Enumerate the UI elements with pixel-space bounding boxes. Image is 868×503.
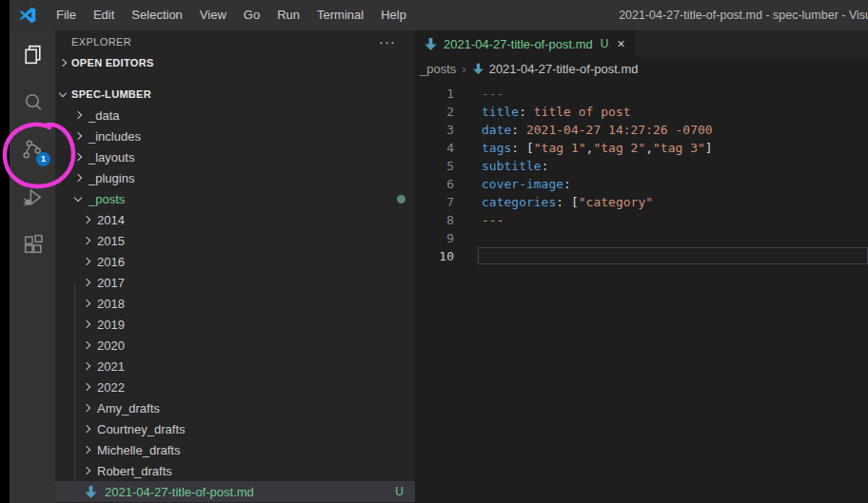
tree-item--layouts[interactable]: _layouts [55, 146, 415, 167]
tree-item-label: 2018 [97, 297, 125, 311]
code-line-2[interactable]: 2title: title of post [415, 103, 868, 121]
tree-item-2015[interactable]: 2015 [55, 230, 415, 251]
tree-item-robert-drafts[interactable]: Robert_drafts [55, 460, 415, 481]
extensions-icon [21, 233, 45, 257]
tab-modified-badge: U [601, 37, 609, 50]
editor-group: 2021-04-27-title-of-post.md U × _posts ›… [415, 30, 868, 503]
tree-item-michelle-drafts[interactable]: Michelle_drafts [55, 439, 415, 460]
tree-item-2022[interactable]: 2022 [55, 377, 415, 397]
workspace-root-section[interactable]: SPEC-LUMBER [55, 84, 415, 105]
tree-item-2019[interactable]: 2019 [55, 314, 415, 335]
tree-item-label: 2017 [97, 276, 125, 290]
tree-item-label: Courtney_drafts [97, 422, 186, 436]
menu-item-terminal[interactable]: Terminal [308, 0, 372, 30]
extensions-activity-button[interactable] [10, 221, 55, 268]
tree-item-label: Amy_drafts [97, 401, 160, 416]
source-control-activity-button[interactable]: 1 [10, 126, 55, 173]
activity-bar: 1 [10, 30, 55, 503]
tree-item-2018[interactable]: 2018 [55, 293, 415, 314]
debug-icon [21, 185, 45, 209]
tree-item-2020[interactable]: 2020 [55, 335, 415, 356]
search-icon [21, 90, 45, 114]
code-line-6[interactable]: 6cover-image: [415, 175, 868, 193]
tree-item-label: 2019 [97, 318, 125, 332]
line-number: 6 [415, 175, 454, 193]
breadcrumb-file[interactable]: 2021-04-27-title-of-post.md [489, 62, 639, 76]
source-control-badge: 1 [36, 152, 50, 166]
line-number: 1 [415, 85, 454, 103]
tree-item-2016[interactable]: 2016 [55, 251, 415, 272]
tree-item-label: 2020 [97, 339, 125, 353]
code-line-8[interactable]: 8--- [415, 211, 868, 229]
search-activity-button[interactable] [10, 78, 55, 126]
tree-item-2014[interactable]: 2014 [55, 209, 415, 230]
tree-item-amy-drafts[interactable]: Amy_drafts [55, 397, 415, 418]
code-line-1[interactable]: 1--- [415, 85, 868, 103]
chevron-down-icon [74, 193, 82, 201]
tree-item--posts[interactable]: _posts [55, 188, 415, 209]
current-line-highlight [478, 247, 868, 264]
tab-bar: 2021-04-27-title-of-post.md U × [415, 30, 868, 57]
menu-item-view[interactable]: View [191, 0, 235, 30]
explorer-sidebar: EXPLORER ··· OPEN EDITORS SPEC-LUMBER _d… [55, 30, 415, 503]
explorer-activity-button[interactable] [10, 30, 55, 78]
open-editors-section[interactable]: OPEN EDITORS [55, 52, 415, 73]
line-number: 9 [415, 229, 454, 247]
breadcrumb-separator-icon: › [462, 62, 465, 76]
sidebar-title: EXPLORER [71, 36, 131, 48]
code-line-3[interactable]: 3date: 2021-04-27 14:27:26 -0700 [415, 121, 868, 139]
chevron-right-icon [74, 111, 82, 119]
chevron-right-icon [83, 341, 90, 349]
code-line-5[interactable]: 5subtitle: [415, 157, 868, 175]
line-text [454, 229, 482, 247]
breadcrumb: _posts › 2021-04-27-title-of-post.md [415, 57, 868, 80]
tree-item-2021[interactable]: 2021 [55, 356, 415, 377]
tree-item-label: 2015 [97, 234, 125, 248]
more-actions-button[interactable]: ··· [379, 37, 396, 47]
tree-item-label: 2022 [97, 380, 125, 395]
code-line-9[interactable]: 9 [415, 229, 868, 247]
tree-item--includes[interactable]: _includes [55, 126, 415, 146]
tab-label: 2021-04-27-title-of-post.md [444, 37, 593, 51]
menu-item-file[interactable]: File [48, 0, 85, 30]
line-number: 2 [415, 103, 454, 121]
chevron-right-icon [74, 153, 82, 161]
tree-item--plugins[interactable]: _plugins [55, 167, 415, 188]
chevron-right-icon [83, 404, 90, 412]
tree-item-2017[interactable]: 2017 [55, 272, 415, 293]
code-line-7[interactable]: 7categories: ["category" [415, 193, 868, 211]
line-number: 5 [415, 157, 454, 175]
tree-item-label: 2016 [97, 255, 125, 269]
line-text: tags: ["tag 1","tag 2","tag 3"] [454, 139, 713, 157]
files-icon [21, 43, 45, 67]
tree-item-label: _posts [89, 192, 125, 206]
chevron-right-icon [83, 320, 90, 328]
menu-item-go[interactable]: Go [235, 0, 268, 30]
menu-item-run[interactable]: Run [268, 0, 308, 30]
tree-item-label: _includes [89, 129, 141, 144]
chevron-right-icon [83, 362, 90, 370]
breadcrumb-folder[interactable]: _posts [420, 62, 456, 76]
menu-bar: FileEditSelectionViewGoRunTerminalHelp [48, 0, 415, 30]
title-bar: FileEditSelectionViewGoRunTerminalHelp 2… [10, 0, 868, 30]
tree-item-label: 2021 [97, 359, 125, 374]
line-text: --- [454, 85, 503, 103]
tree-item--data[interactable]: _data [55, 105, 415, 126]
menu-item-selection[interactable]: Selection [123, 0, 190, 30]
close-icon[interactable]: × [617, 37, 624, 50]
line-text: title: title of post [454, 103, 631, 121]
tree-item-2021-04-27-title-of-post-md[interactable]: 2021-04-27-title-of-post.mdU [55, 481, 415, 502]
run-debug-activity-button[interactable] [10, 173, 55, 221]
chevron-right-icon [74, 132, 82, 140]
editor-tab[interactable]: 2021-04-27-title-of-post.md U × [415, 30, 635, 57]
markdown-icon [424, 37, 438, 51]
menu-item-help[interactable]: Help [372, 0, 415, 30]
code-line-10[interactable]: 10 [415, 247, 868, 265]
tree-item-courtney-drafts[interactable]: Courtney_drafts [55, 418, 415, 439]
chevron-right-icon [83, 216, 90, 223]
git-changes-dot [397, 195, 405, 203]
tree-item-label: Michelle_drafts [97, 443, 180, 457]
chevron-right-icon [83, 446, 90, 454]
menu-item-edit[interactable]: Edit [85, 0, 123, 30]
code-line-4[interactable]: 4tags: ["tag 1","tag 2","tag 3"] [415, 139, 868, 157]
